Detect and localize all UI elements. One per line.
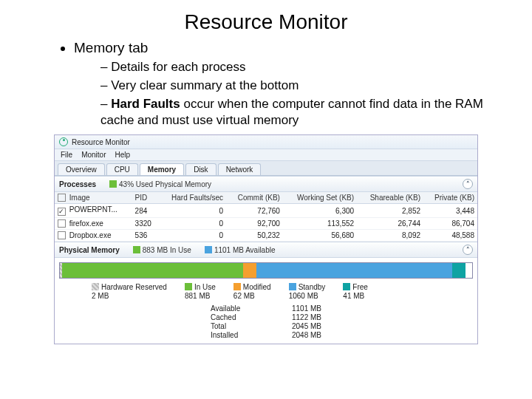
table-row[interactable]: firefox.exe 3320092,700 113,55226,74486,… (55, 218, 477, 230)
col-pid[interactable]: PID (132, 192, 159, 204)
memory-bar (59, 262, 473, 279)
physmem-title: Physical Memory (59, 246, 120, 254)
col-workingset[interactable]: Working Set (KB) (283, 192, 357, 204)
seg-standby (256, 263, 452, 278)
collapse-icon[interactable]: ˄ (463, 245, 473, 255)
menu-monitor[interactable]: Monitor (81, 151, 106, 159)
memory-summary: Available1101 MBCached1122 MBTotal2045 M… (211, 304, 321, 339)
sub-bullet: Hard Faults occur when the computer cann… (100, 96, 510, 129)
seg-in-use (62, 263, 243, 278)
memory-legend: Hardware Reserved2 MB In Use881 MB Modif… (55, 283, 477, 303)
col-hardfaults[interactable]: Hard Faults/sec (158, 192, 226, 204)
row-checkbox[interactable] (58, 208, 66, 216)
bullet-list: Memory tab Details for each process Very… (44, 40, 510, 129)
checkbox-all[interactable] (58, 194, 66, 202)
processes-summary: 43% Used Physical Memory (109, 180, 211, 188)
tab-disk[interactable]: Disk (185, 163, 216, 175)
processes-header[interactable]: Processes 43% Used Physical Memory ˄ (55, 176, 477, 192)
collapse-icon[interactable]: ˄ (463, 179, 473, 189)
seg-modified (243, 263, 256, 278)
tab-overview[interactable]: Overview (58, 163, 105, 175)
window-title: Resource Monitor (72, 138, 130, 146)
row-checkbox[interactable] (58, 219, 66, 228)
col-commit[interactable]: Commit (KB) (226, 192, 283, 204)
table-row[interactable]: POWERPNT... 284072,760 6,3002,8523,448 (55, 204, 477, 218)
app-icon (59, 137, 68, 146)
physmem-available: 1101 MB Available (205, 246, 276, 254)
menubar: File Monitor Help (55, 149, 477, 161)
tab-memory[interactable]: Memory (140, 163, 184, 175)
sub-bullet: Very clear summary at the bottom (100, 78, 510, 94)
physmem-inuse: 883 MB In Use (133, 246, 191, 254)
col-private[interactable]: Private (KB) (423, 192, 477, 204)
resource-monitor-window: Resource Monitor File Monitor Help Overv… (54, 134, 478, 344)
processes-title: Processes (59, 180, 96, 188)
titlebar: Resource Monitor (55, 135, 477, 149)
slide-title: Resource Monitor (22, 10, 510, 34)
table-row[interactable]: Dropbox.exe 536050,232 56,6808,09248,588 (55, 230, 477, 242)
tab-network[interactable]: Network (218, 163, 262, 175)
physmem-header[interactable]: Physical Memory 883 MB In Use 1101 MB Av… (55, 242, 477, 258)
row-checkbox[interactable] (58, 231, 66, 239)
seg-free (452, 263, 466, 278)
tab-strip: Overview CPU Memory Disk Network (55, 161, 477, 176)
menu-help[interactable]: Help (115, 151, 130, 159)
col-shareable[interactable]: Shareable (KB) (357, 192, 423, 204)
sub-bullet-list: Details for each process Very clear summ… (100, 59, 510, 129)
menu-file[interactable]: File (61, 151, 72, 159)
col-image[interactable]: Image (55, 192, 132, 204)
bullet-memory-tab: Memory tab (74, 40, 510, 56)
sub-bullet: Details for each process (100, 59, 510, 75)
processes-table: Image PID Hard Faults/sec Commit (KB) Wo… (55, 192, 477, 242)
tab-cpu[interactable]: CPU (106, 163, 138, 175)
